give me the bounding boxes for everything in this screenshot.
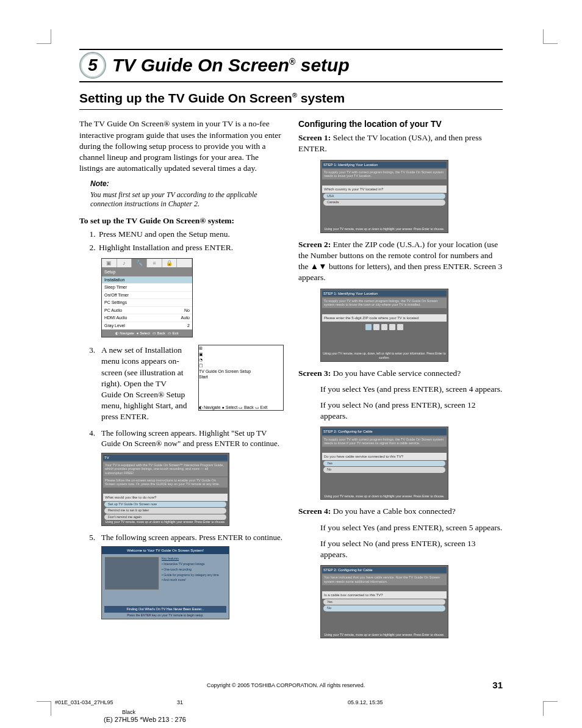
setup-menu-mock: ▣ ♪ 🔧 ≡ 🔒 Setup Installation Sleep Timer… [101,258,193,337]
tv-welcome-screen: Welcome to Your TV Guide On Screen Syste… [101,546,229,619]
screen4-yes: If you select Yes (and press ENTER), scr… [320,522,503,533]
step-5: The following screen appears. Press ENTE… [101,532,284,543]
tv-info: To supply your TV with correct program l… [322,169,447,179]
tv-option: USA [323,193,445,199]
menu-tab-icon: ◔ [199,357,283,362]
step-4: The following screen appears. Highlight … [101,428,284,449]
screen-label: Screen 2: [298,240,331,249]
menu-tab-icon: 🔒 [162,259,178,267]
tv-footer: Using your TV remote, move up, down, lef… [322,351,447,360]
welcome-title: Welcome to Your TV Guide On Screen Syste… [102,547,229,554]
screen-text: Do you have Cable service connected? [331,369,461,378]
tv-question: Do you have cable service connected to t… [322,453,447,460]
tv-header: STEP 2: Configuring for Cable [322,567,447,573]
tv-footer: Using your TV remote, move up or down to… [322,633,447,637]
foot-back: Back [244,405,254,409]
registered-mark: ® [292,92,297,99]
screen3-para: Screen 3: Do you have Cable service conn… [298,368,503,379]
menu-tab-icon: ♪ [117,259,132,267]
intro-paragraph: The TV Guide On Screen® system in your T… [79,118,284,174]
screen-label: Screen 3: [298,369,331,378]
registered-mark: ® [289,57,295,67]
tv-option: Canada [323,200,445,205]
menu-title: Setup [102,268,192,276]
feat-item: • One-touch recording [162,568,226,572]
menu-row: HDMI AudioAuto [102,314,192,322]
page-footer: Copyright © 2005 TOSHIBA CORPORATION. Al… [79,679,503,691]
foot-back: Back [157,331,165,335]
crop-mark [37,701,51,716]
feat-item: • Guide for programs by category any tim… [162,573,226,577]
menu-row: PC Settings [102,299,192,306]
foot-nav: Navigate [204,405,221,409]
foot-exit: Exit [173,331,179,335]
tv-option: No [323,605,445,611]
menu-row: PC AudioNo [102,307,192,314]
menu-label: Installation [104,277,190,283]
menu-row: Gray Level2 [102,322,192,330]
tv-question: Please enter the 5-digit ZIP code where … [322,314,447,322]
tv-header: TV [103,455,228,461]
tv-header: STEP 1: Identifying Your Location [322,162,447,168]
screen2-para: Screen 2: Enter the ZIP code (U.S.A.) fo… [298,239,503,284]
menu-footer: ◐ Navigate ● Select ▭ Back ▭ Exit [102,330,192,337]
menu-label: Gray Level [104,323,187,328]
meta-page: 31 [177,699,348,706]
chapter-header: 5 TV Guide On Screen® setup [79,52,503,82]
feat-head: Key features [162,557,226,561]
step-number: 3. [87,345,95,356]
screen3-no: If you select No (and press ENTER), scre… [320,400,503,422]
feat-item: • And much more! [162,578,226,582]
menu-row: On/Off Timer [102,292,192,299]
tv-option: Set up TV Guide On Screen now [104,502,226,507]
crop-mark [543,29,558,44]
tv-screen-cable: STEP 2: Configuring for Cable To supply … [320,427,448,500]
menu-val: No [184,308,190,313]
section-title-text: Setting up the TV Guide On Screen [79,91,292,105]
tv-screen-cablebox: STEP 2: Configuring for Cable You have i… [320,565,448,638]
chapter-title-text: TV Guide On Screen [112,55,289,75]
menu-tab-icon: 🔧 [132,259,147,267]
screen4-para: Screen 4: Do you have a Cable box connec… [298,506,503,517]
menu-row: Installation [102,276,192,284]
page-content: 5 TV Guide On Screen® setup Setting up t… [79,49,503,644]
chapter-number-badge: 5 [79,52,106,79]
step-number: 4. [87,428,95,439]
copyright: Copyright © 2005 TOSHIBA CORPORATION. Al… [79,682,492,689]
configure-heading: Configuring the location of your TV [298,118,503,130]
screen-label: Screen 4: [298,506,331,516]
tv-question: Is a cable box connected to this TV? [322,591,447,599]
welcome-image [104,557,159,590]
note-body: You must first set up your TV according … [90,190,284,209]
tv-screen-zip: STEP 1: Identifying Your Location To sup… [320,289,448,362]
section-title: Setting up the TV Guide On Screen® syste… [79,90,503,110]
menu-tab-icon: ▢ [199,362,283,368]
left-column: The TV Guide On Screen® system in your T… [79,118,284,644]
feat-item: • Interactive TV program listings [162,562,226,566]
menu-tab-icon: ⊞ [199,345,283,351]
welcome-features: Key features • Interactive TV program li… [162,557,226,590]
chapter-title: TV Guide On Screen® setup [112,53,350,78]
screen3-yes: If you select Yes (and press ENTER), scr… [320,384,503,395]
tv-info: To supply your TV with the correct progr… [322,298,447,308]
step-1: Press MENU and open the Setup menu. [98,229,284,240]
tv-info: Please follow the on-screen setup instru… [103,477,228,488]
meta-date: 05.9.12, 15:35 [348,699,383,706]
tv-info: Your TV is equipped with the TV Guide On… [103,462,228,477]
menu-tab-icon: ≡ [147,259,162,267]
menu-val: 2 [187,323,190,328]
menu-label: PC Audio [104,308,184,313]
screen1-para: Screen 1: Select the TV location (USA), … [298,132,503,154]
step-number: 5. [87,532,95,543]
menu-tab-icon: ▣ [102,259,117,267]
step-2: Highlight Installation and press ENTER. [98,242,284,253]
tv-screen-setup: TV Your TV is equipped with the TV Guide… [101,453,229,526]
zip-entry [322,324,447,330]
install-menu-mock: ⊞ ▣ ◔ ▢ TV Guide On Screen Setup Start ◐… [198,345,284,411]
menu-val: Auto [181,315,190,320]
menu-label: Sleep Timer [104,284,190,290]
right-column: Configuring the location of your TV Scre… [298,118,503,644]
tv-option: Yes [323,461,445,466]
foot-exit: Exit [260,405,268,409]
menu-row: Sleep Timer [102,284,192,291]
